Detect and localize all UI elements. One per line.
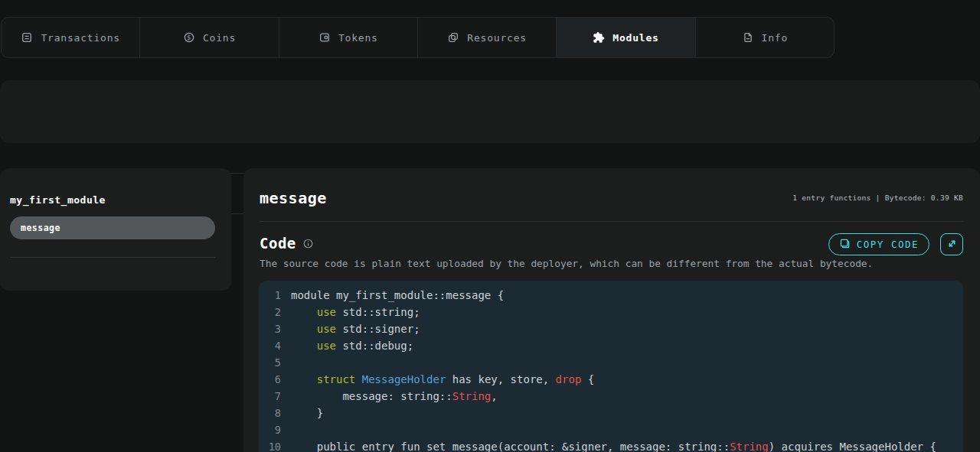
code-line: 1module my_first_module::message {: [259, 287, 963, 304]
line-number: 7: [259, 388, 291, 405]
line-number: 10: [259, 438, 291, 452]
nav-tab-label: Coins: [203, 32, 236, 44]
subtab-band: CodeRunView: [0, 80, 980, 143]
svg-text:$: $: [187, 34, 191, 41]
copy-icon: [839, 238, 851, 252]
nav-tab-label: Tokens: [338, 32, 378, 44]
resources-icon: [447, 31, 459, 44]
coins-icon: $: [183, 31, 195, 44]
code-line: 5: [259, 354, 963, 371]
code-line: 8 }: [259, 405, 963, 421]
code-line: 3 use std::signer;: [259, 320, 963, 337]
nav-tab-info[interactable]: Info: [695, 18, 834, 57]
modules-icon: [593, 31, 605, 44]
info-icon: [742, 31, 754, 44]
nav-tab-label: Transactions: [41, 32, 120, 44]
line-code: public entry fun set_message(account: &s…: [291, 438, 936, 452]
nav-tab-resources[interactable]: Resources: [417, 18, 556, 57]
code-line: 2 use std::string;: [259, 304, 963, 320]
code-section-description: The source code is plain text uploaded b…: [260, 258, 873, 269]
nav-tab-tokens[interactable]: Tokens: [279, 18, 417, 57]
line-number: 2: [259, 304, 291, 320]
sidebar-divider: [10, 257, 215, 258]
code-lines: 1module my_first_module::message {2 use …: [259, 287, 963, 452]
code-heading-label: Code: [260, 235, 296, 252]
nav-tab-modules[interactable]: Modules: [556, 18, 694, 57]
info-circle-icon[interactable]: [302, 238, 314, 249]
code-line: 10 public entry fun set_message(account:…: [259, 438, 963, 452]
line-number: 5: [259, 354, 291, 371]
line-code: use std::debug;: [291, 337, 413, 354]
code-section-heading: Code: [260, 235, 314, 252]
line-code: }: [291, 405, 323, 421]
line-number: 1: [259, 287, 291, 304]
line-code: use std::string;: [291, 304, 420, 320]
line-number: 3: [259, 320, 291, 337]
line-number: 9: [259, 421, 291, 438]
code-line: 7 message: string::String,: [259, 388, 963, 405]
line-number: 4: [259, 337, 291, 354]
nav-tab-transactions[interactable]: Transactions: [2, 18, 139, 57]
source-code-block[interactable]: 1module my_first_module::message {2 use …: [259, 281, 963, 452]
line-code: module my_first_module::message {: [291, 287, 504, 304]
line-code: use std::signer;: [291, 320, 420, 337]
line-number: 8: [259, 405, 291, 421]
code-line: 6 struct MessageHolder has key, store, d…: [259, 371, 963, 388]
nav-tab-label: Info: [762, 32, 789, 44]
expand-icon: [946, 238, 958, 252]
top-nav: Transactions$CoinsTokensResourcesModules…: [1, 17, 835, 58]
transactions-icon: [21, 31, 33, 44]
sidebar-item-message[interactable]: message: [10, 216, 215, 239]
expand-code-button[interactable]: [940, 233, 963, 255]
code-line: 9: [259, 421, 963, 438]
copy-code-label: COPY CODE: [857, 239, 919, 250]
nav-tab-coins[interactable]: $Coins: [139, 18, 278, 57]
module-name: my_first_module: [10, 194, 106, 206]
line-code: struct MessageHolder has key, store, dro…: [291, 371, 594, 388]
code-line: 4 use std::debug;: [259, 337, 963, 354]
page-title: message: [260, 189, 327, 207]
nav-tab-label: Modules: [612, 32, 658, 44]
header-divider: [260, 221, 963, 222]
sidebar-item-label: message: [21, 223, 60, 233]
module-detail-panel: message 1 entry functions | Bytecode: 0.…: [243, 168, 980, 452]
nav-tab-label: Resources: [467, 32, 527, 44]
tokens-icon: [318, 31, 331, 44]
line-number: 6: [259, 371, 291, 388]
line-code: message: string::String,: [291, 388, 498, 405]
copy-code-button[interactable]: COPY CODE: [828, 233, 929, 255]
module-meta: 1 entry functions | Bytecode: 0.39 KB: [792, 193, 963, 202]
